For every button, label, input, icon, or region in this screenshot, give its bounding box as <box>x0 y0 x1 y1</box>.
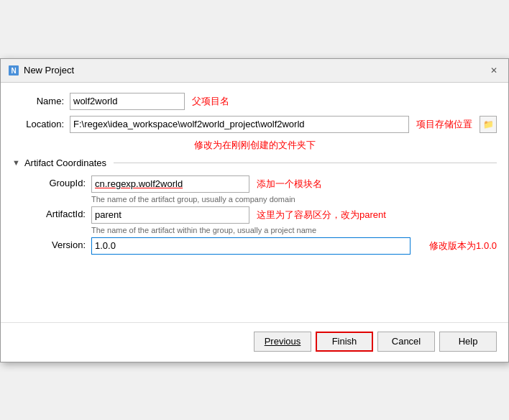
name-annotation: 父项目名 <box>192 95 229 108</box>
groupid-hint: The name of the artifact group, usually … <box>91 195 497 204</box>
artifactid-label: ArtifactId: <box>27 206 91 219</box>
section-toggle[interactable]: ▼ <box>12 158 20 167</box>
help-label: Help <box>459 336 478 347</box>
version-input-wrap: 修改版本为1.0.0 <box>91 237 497 255</box>
cancel-button[interactable]: Cancel <box>377 332 435 352</box>
dialog-body: Name: 父项目名 Location: 项目存储位置 📁 修改为在刚刚创建的文… <box>1 83 508 265</box>
previous-label: Previous <box>265 336 301 347</box>
title-bar-left: N New Project <box>8 65 74 76</box>
artifactid-row: ArtifactId: 这里为了容易区分，改为parent The name o… <box>27 206 497 234</box>
browse-button[interactable]: 📁 <box>480 116 497 133</box>
artifact-section: GroupId: 添加一个模块名 The name of the artifac… <box>12 175 497 255</box>
title-bar: N New Project ✕ <box>1 59 508 83</box>
version-input-row: 修改版本为1.0.0 <box>91 237 497 255</box>
location-input-wrap: 项目存储位置 📁 <box>70 116 497 133</box>
version-annotation: 修改版本为1.0.0 <box>429 239 497 252</box>
name-label: Name: <box>12 96 70 106</box>
dialog-title: New Project <box>24 65 74 76</box>
location-input[interactable] <box>70 116 409 133</box>
finish-button[interactable]: Finish <box>316 332 373 352</box>
svg-text:N: N <box>11 67 16 75</box>
version-row: Version: 修改版本为1.0.0 <box>27 237 497 255</box>
groupid-annotation: 添加一个模块名 <box>257 178 322 191</box>
artifactid-hint: The name of the artifact within the grou… <box>91 226 497 234</box>
folder-icon: 📁 <box>483 119 494 129</box>
section-header: ▼ Artifact Coordinates <box>12 158 497 168</box>
help-button[interactable]: Help <box>439 332 497 352</box>
button-bar: Previous Finish Cancel Help <box>1 322 508 362</box>
location-change-note: 修改为在刚刚创建的文件夹下 <box>12 139 497 152</box>
artifactid-input-row: 这里为了容易区分，改为parent <box>91 206 497 224</box>
version-input[interactable] <box>91 237 411 255</box>
version-label: Version: <box>27 237 91 250</box>
groupid-row: GroupId: 添加一个模块名 The name of the artifac… <box>27 175 497 204</box>
name-input-wrap: 父项目名 <box>70 93 497 110</box>
app-icon: N <box>8 65 19 76</box>
artifactid-input-wrap: 这里为了容易区分，改为parent The name of the artifa… <box>91 206 497 234</box>
new-project-dialog: N New Project ✕ Name: 父项目名 Location: 项目存… <box>0 58 509 362</box>
groupid-label: GroupId: <box>27 175 91 188</box>
groupid-input-wrap: 添加一个模块名 The name of the artifact group, … <box>91 175 497 204</box>
previous-button[interactable]: Previous <box>254 332 311 352</box>
artifactid-annotation: 这里为了容易区分，改为parent <box>257 209 386 222</box>
close-button[interactable]: ✕ <box>487 63 501 78</box>
groupid-input-row: 添加一个模块名 <box>91 175 497 193</box>
section-divider <box>114 163 497 163</box>
name-input[interactable] <box>70 93 185 110</box>
finish-label: Finish <box>332 336 357 347</box>
artifactid-input[interactable] <box>91 206 249 224</box>
cancel-label: Cancel <box>392 336 421 347</box>
location-row: Location: 项目存储位置 📁 <box>12 116 497 133</box>
groupid-input[interactable] <box>91 175 249 193</box>
section-title: Artifact Coordinates <box>24 158 106 168</box>
location-annotation: 项目存储位置 <box>416 118 472 131</box>
name-row: Name: 父项目名 <box>12 93 497 110</box>
location-label: Location: <box>12 119 70 129</box>
